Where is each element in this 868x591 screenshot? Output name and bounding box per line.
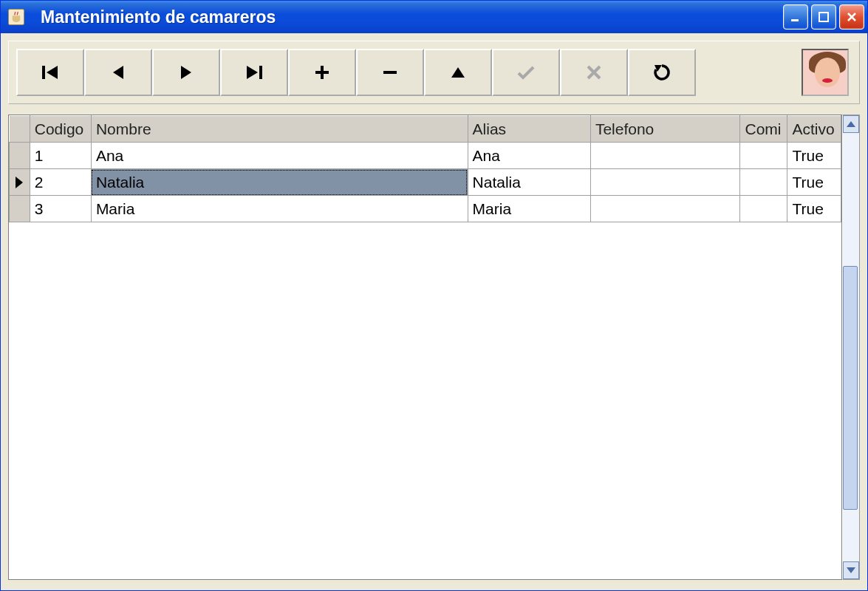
cell-codigo[interactable]: 2 xyxy=(30,169,91,196)
navigator-toolbar xyxy=(8,41,860,104)
cell-alias[interactable]: Maria xyxy=(468,196,590,222)
check-icon xyxy=(516,64,536,81)
svg-rect-2 xyxy=(819,13,828,21)
window-title: Mantenimiento de camareros xyxy=(38,7,783,27)
cell-nombre[interactable]: Maria xyxy=(91,196,468,222)
col-header-activo[interactable]: Activo xyxy=(787,116,841,143)
minus-icon xyxy=(381,64,399,81)
scroll-down-button[interactable] xyxy=(843,561,859,579)
row-indicator[interactable] xyxy=(10,143,30,169)
cell-codigo[interactable]: 3 xyxy=(30,196,91,222)
svg-marker-12 xyxy=(451,67,465,78)
post-button xyxy=(492,49,560,96)
vertical-scrollbar[interactable] xyxy=(842,115,860,580)
row-indicator[interactable] xyxy=(10,169,30,196)
scroll-up-button[interactable] xyxy=(843,115,859,133)
minimize-button[interactable] xyxy=(783,4,808,30)
svg-rect-10 xyxy=(315,71,329,74)
cell-activo[interactable]: True xyxy=(787,143,841,169)
chevron-down-icon xyxy=(846,563,856,578)
first-button[interactable] xyxy=(16,49,84,96)
col-header-indicator[interactable] xyxy=(10,116,30,143)
data-grid[interactable]: Codigo Nombre Alias Telefono Comi Activo… xyxy=(8,115,842,580)
avatar-image xyxy=(802,49,849,96)
first-icon xyxy=(40,64,61,81)
scroll-thumb[interactable] xyxy=(843,266,858,510)
col-header-nombre[interactable]: Nombre xyxy=(91,116,468,143)
add-button[interactable] xyxy=(288,49,356,96)
up-triangle-icon xyxy=(449,64,467,81)
cell-nombre[interactable]: Natalia xyxy=(91,169,468,196)
app-window: Mantenimiento de camareros xyxy=(0,0,868,591)
java-cup-icon xyxy=(4,4,29,30)
svg-marker-7 xyxy=(247,66,258,79)
svg-rect-11 xyxy=(383,71,397,74)
next-icon xyxy=(177,64,195,81)
cancel-button xyxy=(560,49,628,96)
remove-button[interactable] xyxy=(356,49,424,96)
close-button[interactable] xyxy=(839,4,864,30)
cell-comi[interactable] xyxy=(740,169,787,196)
cell-nombre[interactable]: Ana xyxy=(91,143,468,169)
prev-icon xyxy=(109,64,127,81)
cell-alias[interactable]: Ana xyxy=(468,143,590,169)
row-indicator[interactable] xyxy=(10,196,30,222)
svg-rect-3 xyxy=(42,66,45,79)
svg-rect-8 xyxy=(259,66,262,79)
prev-button[interactable] xyxy=(84,49,152,96)
grid-header-row: Codigo Nombre Alias Telefono Comi Activo xyxy=(10,116,841,143)
svg-marker-5 xyxy=(113,66,123,79)
current-row-marker-icon xyxy=(16,177,23,188)
scroll-track[interactable] xyxy=(843,133,859,561)
svg-rect-1 xyxy=(791,19,799,21)
svg-marker-14 xyxy=(847,121,855,127)
maximize-button[interactable] xyxy=(811,4,836,30)
cell-comi[interactable] xyxy=(740,143,787,169)
last-icon xyxy=(244,64,264,81)
table-row[interactable]: 1AnaAnaTrue xyxy=(10,143,841,169)
col-header-codigo[interactable]: Codigo xyxy=(30,116,91,143)
titlebar[interactable]: Mantenimiento de camareros xyxy=(1,1,867,33)
next-button[interactable] xyxy=(152,49,220,96)
chevron-up-icon xyxy=(846,117,856,132)
cell-telefono[interactable] xyxy=(590,143,740,169)
x-icon xyxy=(585,64,603,81)
cell-activo[interactable]: True xyxy=(787,196,841,222)
edit-button[interactable] xyxy=(424,49,492,96)
cell-telefono[interactable] xyxy=(590,196,740,222)
svg-marker-4 xyxy=(47,66,58,79)
table-row[interactable]: 2NataliaNataliaTrue xyxy=(10,169,841,196)
svg-marker-15 xyxy=(847,567,855,573)
cell-activo[interactable]: True xyxy=(787,169,841,196)
refresh-icon xyxy=(652,63,671,82)
table-row[interactable]: 3MariaMariaTrue xyxy=(10,196,841,222)
cell-comi[interactable] xyxy=(740,196,787,222)
col-header-telefono[interactable]: Telefono xyxy=(590,116,740,143)
col-header-comi[interactable]: Comi xyxy=(740,116,787,143)
cell-alias[interactable]: Natalia xyxy=(468,169,590,196)
client-area: Codigo Nombre Alias Telefono Comi Activo… xyxy=(1,33,867,590)
cell-codigo[interactable]: 1 xyxy=(30,143,91,169)
svg-marker-6 xyxy=(181,66,191,79)
refresh-button[interactable] xyxy=(628,49,696,96)
plus-icon xyxy=(313,64,331,81)
data-grid-area: Codigo Nombre Alias Telefono Comi Activo… xyxy=(8,115,860,580)
cell-telefono[interactable] xyxy=(590,169,740,196)
col-header-alias[interactable]: Alias xyxy=(468,116,590,143)
last-button[interactable] xyxy=(220,49,288,96)
